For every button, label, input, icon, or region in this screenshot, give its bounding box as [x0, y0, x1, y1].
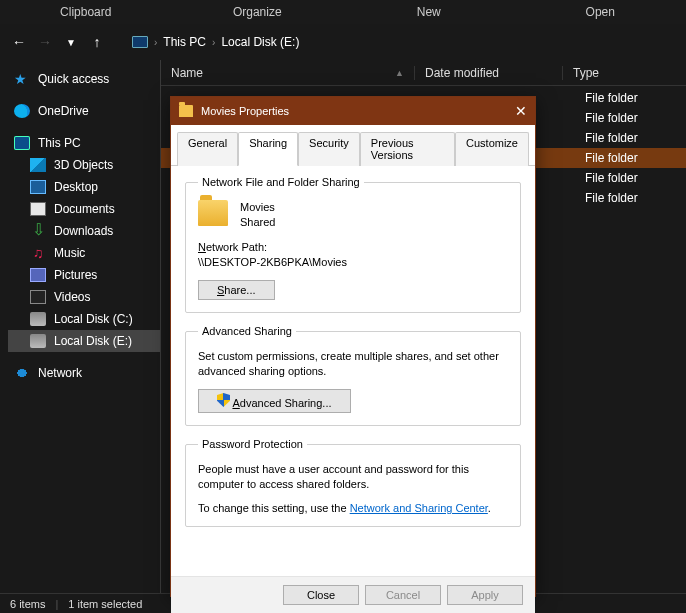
share-button[interactable]: Share...	[198, 280, 275, 300]
network-sharing-center-link[interactable]: Network and Sharing Center	[350, 502, 488, 514]
advanced-desc: Set custom permissions, create multiple …	[198, 349, 508, 379]
folder-icon	[198, 200, 228, 226]
sidebar-quick-access[interactable]: ★ Quick access	[8, 68, 160, 90]
music-icon: ♫	[30, 246, 46, 260]
forward-button[interactable]: →	[34, 31, 56, 53]
sidebar-label: Documents	[54, 201, 115, 217]
sidebar-this-pc[interactable]: This PC	[8, 132, 160, 154]
address-bar[interactable]: › This PC › Local Disk (E:)	[132, 35, 299, 49]
cloud-icon	[14, 104, 30, 118]
dialog-body: Network File and Folder Sharing Movies S…	[171, 166, 535, 576]
sidebar-label: OneDrive	[38, 103, 89, 119]
network-path-label: Network Path:	[198, 240, 508, 255]
up-button[interactable]: ↑	[86, 31, 108, 53]
tab-previous-versions[interactable]: Previous Versions	[360, 132, 455, 166]
apply-button[interactable]: Apply	[447, 585, 523, 605]
tab-strip: General Sharing Security Previous Versio…	[171, 125, 535, 166]
download-icon: ⇩	[30, 224, 46, 238]
sort-indicator-icon: ▲	[395, 68, 404, 78]
tab-general[interactable]: General	[177, 132, 238, 166]
ribbon-group-organize[interactable]: Organize	[172, 1, 344, 23]
ribbon-group-new[interactable]: New	[343, 1, 515, 23]
sidebar-item-disk-c[interactable]: Local Disk (C:)	[8, 308, 160, 330]
shield-icon	[217, 393, 230, 407]
status-item-count: 6 items	[10, 598, 45, 610]
group-advanced-sharing: Advanced Sharing Set custom permissions,…	[185, 325, 521, 426]
sidebar-label: Pictures	[54, 267, 97, 283]
share-name: Movies	[240, 200, 275, 215]
pictures-icon	[30, 268, 46, 282]
cancel-button[interactable]: Cancel	[365, 585, 441, 605]
star-icon: ★	[14, 72, 30, 86]
disk-icon	[30, 312, 46, 326]
network-icon	[14, 366, 30, 380]
properties-dialog: Movies Properties ✕ General Sharing Secu…	[170, 96, 536, 597]
cube-icon	[30, 158, 46, 172]
documents-icon	[30, 202, 46, 216]
sidebar-label: Desktop	[54, 179, 98, 195]
group-password-protection: Password Protection People must have a u…	[185, 438, 521, 527]
folder-icon	[179, 105, 193, 117]
close-button[interactable]: Close	[283, 585, 359, 605]
navbar: ← → ▼ ↑ › This PC › Local Disk (E:)	[0, 24, 686, 60]
sidebar-item-pictures[interactable]: Pictures	[8, 264, 160, 286]
sidebar-label: Local Disk (C:)	[54, 311, 133, 327]
breadcrumb-root[interactable]: This PC	[163, 35, 206, 49]
sidebar-item-videos[interactable]: Videos	[8, 286, 160, 308]
column-header-date[interactable]: Date modified	[415, 66, 563, 80]
sidebar-onedrive[interactable]: OneDrive	[8, 100, 160, 122]
share-state: Shared	[240, 215, 275, 230]
ribbon-group-open[interactable]: Open	[515, 1, 687, 23]
desktop-icon	[30, 180, 46, 194]
group-legend: Password Protection	[198, 438, 307, 450]
advanced-sharing-button[interactable]: Advanced Sharing...	[198, 389, 351, 413]
chevron-right-icon: ›	[212, 37, 215, 48]
status-selection-count: 1 item selected	[68, 598, 142, 610]
password-hint: To change this setting, use the Network …	[198, 502, 508, 514]
tab-customize[interactable]: Customize	[455, 132, 529, 166]
recent-locations-button[interactable]: ▼	[60, 31, 82, 53]
ribbon-group-clipboard[interactable]: Clipboard	[0, 1, 172, 23]
tab-security[interactable]: Security	[298, 132, 360, 166]
dialog-titlebar[interactable]: Movies Properties ✕	[171, 97, 535, 125]
tab-sharing[interactable]: Sharing	[238, 132, 298, 166]
sidebar-item-disk-e[interactable]: Local Disk (E:)	[8, 330, 160, 352]
sidebar-network[interactable]: Network	[8, 362, 160, 384]
sidebar-item-desktop[interactable]: Desktop	[8, 176, 160, 198]
sidebar-label: Music	[54, 245, 85, 261]
pc-icon	[132, 36, 148, 48]
group-network-sharing: Network File and Folder Sharing Movies S…	[185, 176, 521, 313]
sidebar-item-3d-objects[interactable]: 3D Objects	[8, 154, 160, 176]
password-desc: People must have a user account and pass…	[198, 462, 508, 492]
column-header-name[interactable]: Name ▲	[161, 66, 415, 80]
sidebar-item-documents[interactable]: Documents	[8, 198, 160, 220]
back-button[interactable]: ←	[8, 31, 30, 53]
sidebar-label: Quick access	[38, 71, 109, 87]
sidebar-label: 3D Objects	[54, 157, 113, 173]
pc-icon	[14, 136, 30, 150]
dialog-title: Movies Properties	[201, 105, 289, 117]
group-legend: Network File and Folder Sharing	[198, 176, 364, 188]
close-button[interactable]: ✕	[515, 103, 527, 119]
sidebar-label: Videos	[54, 289, 90, 305]
sidebar-item-music[interactable]: ♫ Music	[8, 242, 160, 264]
sidebar-label: This PC	[38, 135, 81, 151]
column-headers: Name ▲ Date modified Type	[161, 60, 686, 86]
sidebar-label: Local Disk (E:)	[54, 333, 132, 349]
sidebar-label: Network	[38, 365, 82, 381]
column-header-type[interactable]: Type	[563, 66, 686, 80]
sidebar-label: Downloads	[54, 223, 113, 239]
network-path-value: \\DESKTOP-2KB6PKA\Movies	[198, 255, 508, 270]
dialog-button-row: Close Cancel Apply	[171, 576, 535, 613]
nav-tree: ★ Quick access OneDrive This PC 3D Objec…	[0, 60, 160, 593]
group-legend: Advanced Sharing	[198, 325, 296, 337]
breadcrumb-current[interactable]: Local Disk (E:)	[221, 35, 299, 49]
videos-icon	[30, 290, 46, 304]
sidebar-item-downloads[interactable]: ⇩ Downloads	[8, 220, 160, 242]
chevron-right-icon: ›	[154, 37, 157, 48]
ribbon: Clipboard Organize New Open	[0, 0, 686, 24]
disk-icon	[30, 334, 46, 348]
